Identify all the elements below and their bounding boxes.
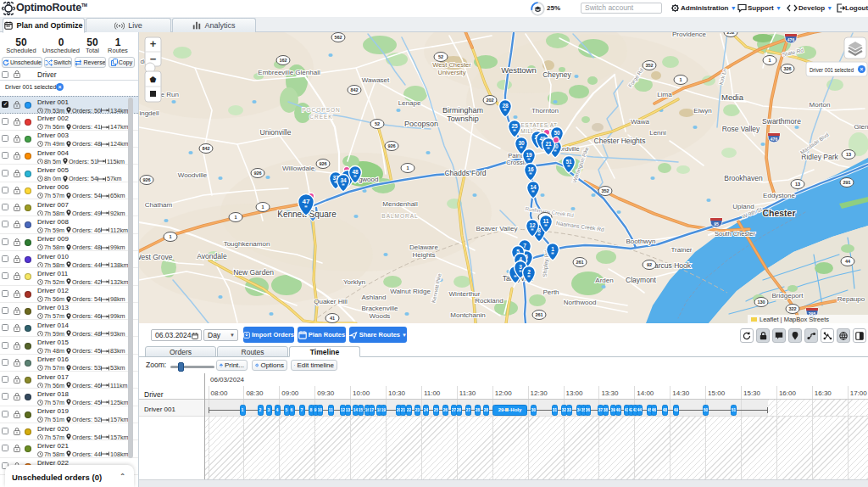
svg-text:322: 322	[788, 306, 796, 311]
svg-text:926: 926	[142, 177, 150, 182]
svg-text:Providence: Providence	[672, 32, 707, 38]
svg-text:261: 261	[576, 260, 583, 265]
svg-text:Wawa: Wawa	[631, 118, 649, 126]
svg-text:Avondale: Avondale	[197, 252, 227, 260]
svg-text:Toughkenamon: Toughkenamon	[224, 240, 270, 248]
svg-text:+: +	[150, 37, 157, 50]
svg-text:⬟: ⬟	[150, 76, 157, 84]
svg-text:×: ×	[860, 66, 864, 72]
svg-text:Westtown: Westtown	[501, 65, 537, 75]
svg-text:Heights: Heights	[412, 251, 435, 259]
svg-text:POCOPSON: POCOPSON	[302, 107, 341, 113]
svg-text:Beaver Valley: Beaver Valley	[476, 225, 518, 232]
svg-text:Driver 001 selected: Driver 001 selected	[810, 67, 854, 73]
svg-text:Swarthmore: Swarthmore	[762, 117, 801, 126]
svg-text:92: 92	[647, 262, 652, 267]
svg-text:Trainer: Trainer	[670, 246, 692, 254]
svg-text:25: 25	[511, 123, 518, 129]
svg-text:1: 1	[234, 215, 236, 220]
svg-text:130: 130	[757, 299, 765, 305]
svg-text:Perth: Perth	[542, 288, 559, 296]
svg-text:Arden: Arden	[595, 277, 613, 284]
svg-text:Unionville: Unionville	[260, 128, 292, 137]
svg-text:Birmingham: Birmingham	[442, 106, 483, 115]
svg-text:47: 47	[302, 198, 310, 205]
svg-text:52: 52	[375, 121, 380, 126]
svg-text:Wawaset: Wawaset	[362, 76, 390, 84]
svg-text:Media: Media	[721, 92, 744, 102]
svg-text:7: 7	[523, 243, 526, 249]
svg-text:44: 44	[845, 259, 851, 264]
svg-text:BALMORAL: BALMORAL	[381, 213, 418, 219]
svg-text:Yorklyn: Yorklyn	[343, 278, 365, 286]
svg-text:352: 352	[645, 63, 653, 68]
svg-text:Lenape: Lenape	[398, 99, 421, 107]
svg-text:Brookhaven: Brookhaven	[724, 174, 763, 182]
svg-text:Lima: Lima	[657, 91, 672, 98]
svg-text:Brackenville: Brackenville	[361, 305, 398, 312]
svg-text:Mendenhall: Mendenhall	[382, 200, 418, 208]
svg-text:13: 13	[795, 182, 800, 187]
svg-text:1: 1	[679, 77, 682, 82]
svg-text:48: 48	[352, 169, 359, 175]
svg-text:Montchanin: Montchanin	[450, 311, 485, 319]
svg-text:New Garden: New Garden	[233, 268, 274, 277]
svg-text:252: 252	[726, 32, 734, 35]
svg-text:Quaker Hill: Quaker Hill	[314, 298, 348, 305]
svg-text:162: 162	[279, 58, 287, 63]
svg-text:Glen: Glen	[854, 123, 868, 131]
svg-text:Ashland: Ashland	[362, 294, 387, 301]
svg-text:ingdell: ingdell	[139, 109, 159, 117]
svg-text:21: 21	[545, 141, 552, 147]
svg-text:Boothwyn: Boothwyn	[626, 238, 655, 245]
svg-text:Ridley Park: Ridley Park	[801, 153, 838, 161]
svg-text:326: 326	[783, 66, 791, 71]
svg-text:1: 1	[169, 234, 171, 239]
svg-text:34: 34	[340, 177, 347, 183]
svg-text:291: 291	[843, 180, 850, 185]
svg-text:Repaupo: Repaupo	[837, 295, 865, 303]
svg-text:51: 51	[565, 159, 572, 165]
svg-text:1: 1	[406, 165, 409, 171]
svg-text:Cheyney: Cheyney	[542, 70, 571, 79]
svg-text:1: 1	[551, 246, 554, 252]
svg-text:30: 30	[518, 140, 525, 146]
svg-text:842: 842	[350, 87, 358, 92]
svg-text:202: 202	[486, 98, 493, 103]
svg-text:Township: Township	[447, 115, 479, 123]
svg-text:CREEK: CREEK	[309, 114, 332, 120]
svg-text:Rockland: Rockland	[475, 297, 503, 305]
svg-text:926: 926	[319, 161, 326, 166]
svg-text:13: 13	[846, 152, 851, 157]
svg-text:Chester Heights: Chester Heights	[594, 137, 646, 145]
svg-text:Woods: Woods	[370, 312, 391, 320]
svg-text:352: 352	[601, 188, 609, 193]
svg-text:Leaflet | MapBox Streets: Leaflet | MapBox Streets	[760, 316, 829, 323]
svg-text:261: 261	[535, 312, 542, 317]
svg-text:Lenni: Lenni	[649, 129, 666, 137]
svg-text:Pocopson: Pocopson	[404, 120, 438, 128]
svg-text:Eddystone: Eddystone	[763, 192, 795, 199]
svg-text:Northwood: Northwood	[564, 299, 597, 306]
svg-text:19: 19	[526, 152, 532, 158]
svg-text:476: 476	[771, 137, 778, 142]
svg-text:Delaware: Delaware	[409, 244, 438, 251]
svg-text:ESTATES AT: ESTATES AT	[521, 122, 558, 128]
svg-text:476: 476	[787, 37, 795, 42]
svg-text:Chester: Chester	[762, 208, 795, 218]
svg-text:1: 1	[768, 58, 771, 63]
svg-text:Claymont: Claymont	[626, 276, 657, 284]
svg-text:1: 1	[261, 204, 264, 210]
svg-text:11: 11	[543, 218, 549, 224]
svg-text:2: 2	[527, 269, 531, 275]
svg-text:University: University	[438, 69, 466, 76]
svg-text:Bridgeport: Bridgeport	[772, 292, 804, 299]
svg-text:Elwyn: Elwyn	[693, 107, 711, 115]
svg-text:3: 3	[519, 264, 522, 270]
svg-text:Rose Valley: Rose Valley	[722, 125, 760, 133]
svg-text:Chadds Ford: Chadds Ford	[444, 169, 486, 177]
svg-text:562: 562	[334, 35, 342, 40]
svg-text:50: 50	[554, 130, 560, 136]
svg-text:Chatham: Chatham	[145, 201, 173, 209]
svg-text:West Chester: West Chester	[432, 61, 471, 69]
